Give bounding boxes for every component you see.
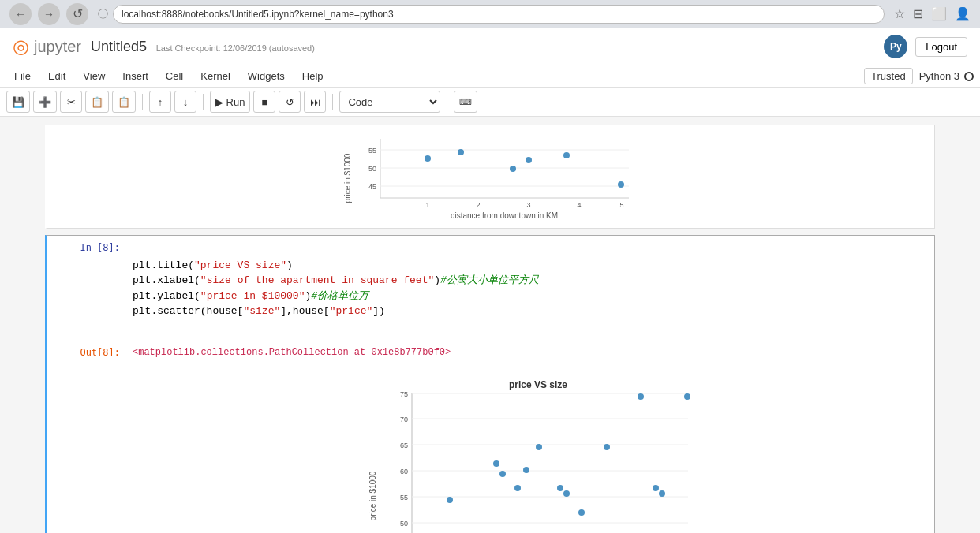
svg-text:75: 75 — [400, 390, 408, 398]
move-down-button[interactable]: ↓ — [174, 91, 196, 113]
svg-point-66 — [653, 485, 659, 491]
chart-wrapper-8: price VS size price in $1000 — [126, 367, 934, 533]
top-output-cell: price in $1000 45 50 55 1 2 3 4 — [45, 125, 935, 229]
cell-chart-content-8: price VS size price in $1000 — [126, 364, 934, 533]
svg-text:45: 45 — [368, 183, 376, 191]
code-line-2: plt.xlabel("size of the apartment in squ… — [133, 274, 539, 286]
svg-point-18 — [526, 157, 532, 163]
notebook-content: price in $1000 45 50 55 1 2 3 4 — [0, 117, 980, 533]
toolbar: 💾 ➕ ✂ 📋 📋 ↑ ↓ ▶ Run ■ ↺ ⏭ Code Markdown … — [0, 88, 980, 117]
svg-text:50: 50 — [400, 520, 408, 527]
save-button[interactable]: 💾 — [6, 91, 30, 113]
kernel-info: Python 3 — [919, 70, 974, 82]
restart-button[interactable]: ↺ — [279, 91, 301, 113]
svg-point-60 — [536, 444, 542, 450]
cell-row-chart8: price VS size price in $1000 — [47, 364, 934, 533]
svg-point-15 — [425, 155, 431, 162]
menu-widgets[interactable]: Widgets — [240, 67, 293, 85]
svg-point-57 — [499, 471, 506, 477]
forward-button[interactable]: → — [38, 3, 60, 25]
menu-file[interactable]: File — [6, 67, 39, 85]
svg-point-67 — [659, 490, 665, 497]
svg-text:price in $1000: price in $1000 — [343, 153, 352, 203]
cut-cell-button[interactable]: ✂ — [60, 91, 82, 113]
svg-text:65: 65 — [400, 442, 408, 449]
toolbar-separator-4 — [447, 94, 447, 110]
code-area-in8: plt.title("price VS size") plt.xlabel("s… — [126, 239, 934, 337]
top-output-container: price in $1000 45 50 55 1 2 3 4 — [32, 125, 948, 229]
cell-output-content-8: <matplotlib.collections.PathCollection a… — [126, 341, 934, 364]
menu-insert[interactable]: Insert — [114, 67, 156, 85]
menu-view[interactable]: View — [75, 67, 113, 85]
bookmark-star-icon[interactable]: ☆ — [894, 6, 905, 21]
svg-text:4: 4 — [577, 201, 581, 209]
menu-help[interactable]: Help — [294, 67, 331, 85]
jupyter-logo: ◎ jupyter — [13, 35, 81, 58]
kernel-name: Python 3 — [919, 70, 959, 82]
url-bar[interactable] — [113, 5, 885, 24]
svg-text:2: 2 — [476, 201, 480, 209]
svg-point-63 — [578, 509, 585, 516]
copy-cell-button[interactable]: 📋 — [85, 91, 109, 113]
cell-row-out8: Out[8]: <matplotlib.collections.PathColl… — [47, 341, 934, 364]
svg-text:price in $1000: price in $1000 — [368, 471, 377, 520]
logout-button[interactable]: Logout — [915, 37, 967, 57]
svg-text:50: 50 — [368, 165, 376, 173]
browser-icons: ☆ ⊟ ⬜ 👤 — [894, 6, 971, 21]
browser-bar: ← → ↺ ⓘ ☆ ⊟ ⬜ 👤 — [0, 0, 980, 28]
code-cell-container: In [8]: plt.title("price VS size") plt.x… — [32, 235, 948, 533]
jupyter-brand-text: jupyter — [34, 38, 81, 56]
cell-content-in8: plt.title("price VS size") plt.xlabel("s… — [126, 236, 934, 341]
svg-text:60: 60 — [400, 468, 408, 475]
jupyter-logo-icon: ◎ — [13, 35, 29, 58]
code-line-1: plt.title("price VS size") — [133, 259, 293, 271]
move-up-button[interactable]: ↑ — [149, 91, 171, 113]
kernel-circle — [964, 72, 974, 81]
back-button[interactable]: ← — [9, 3, 32, 25]
profile-icon[interactable]: 👤 — [955, 6, 971, 21]
svg-text:55: 55 — [400, 494, 408, 501]
svg-point-59 — [523, 467, 529, 473]
notebook-name[interactable]: Untitled5 — [91, 39, 147, 54]
bookmark-list-icon[interactable]: ⊟ — [913, 6, 923, 21]
keyboard-shortcuts-button[interactable]: ⌨ — [454, 91, 477, 113]
cell-row-in8: In [8]: plt.title("price VS size") plt.x… — [47, 236, 934, 341]
jupyter-header-right: Py Logout — [884, 35, 967, 58]
svg-point-17 — [510, 166, 516, 172]
cell-prompt-in8: In [8]: — [47, 236, 126, 259]
menu-cell[interactable]: Cell — [158, 67, 191, 85]
svg-text:3: 3 — [526, 201, 530, 209]
paste-cell-button[interactable]: 📋 — [112, 91, 136, 113]
jupyter-header: ◎ jupyter Untitled5 Last Checkpoint: 12/… — [0, 28, 980, 65]
add-cell-button[interactable]: ➕ — [33, 91, 57, 113]
main-chart: price VS size price in $1000 — [365, 374, 696, 533]
menu-kernel[interactable]: Kernel — [193, 67, 238, 85]
top-chart-wrapper: price in $1000 45 50 55 1 2 3 4 — [47, 129, 934, 228]
cell-prompt-chart8 — [47, 364, 126, 377]
trusted-badge: Trusted — [864, 68, 913, 84]
reload-button[interactable]: ↺ — [66, 3, 88, 25]
code-line-3: plt.ylabel("price in $10000")#价格单位万 — [133, 290, 368, 302]
svg-point-65 — [638, 393, 644, 400]
svg-text:distance from downtown in KM: distance from downtown in KM — [451, 211, 558, 220]
svg-point-62 — [563, 490, 570, 497]
svg-text:55: 55 — [368, 147, 376, 155]
svg-text:1: 1 — [425, 201, 429, 209]
svg-point-68 — [684, 393, 690, 400]
svg-point-19 — [563, 152, 570, 158]
toolbar-separator-3 — [332, 94, 333, 110]
restart-run-button[interactable]: ⏭ — [304, 91, 326, 113]
run-button[interactable]: ▶ Run — [210, 91, 250, 113]
code-cell-8[interactable]: In [8]: plt.title("price VS size") plt.x… — [45, 235, 935, 533]
extensions-icon[interactable]: ⬜ — [931, 6, 947, 21]
svg-point-20 — [618, 181, 624, 188]
cell-type-select[interactable]: Code Markdown Raw NBConvert — [339, 91, 440, 113]
browser-nav-icons: ← → ↺ — [9, 3, 88, 25]
menu-edit[interactable]: Edit — [40, 67, 73, 85]
menu-right: Trusted Python 3 — [864, 68, 974, 84]
stop-button[interactable]: ■ — [253, 91, 275, 113]
svg-point-55 — [447, 497, 453, 503]
svg-point-16 — [458, 149, 464, 155]
svg-point-58 — [514, 485, 521, 491]
code-line-4: plt.scatter(house["size"],house["price"]… — [133, 305, 385, 317]
